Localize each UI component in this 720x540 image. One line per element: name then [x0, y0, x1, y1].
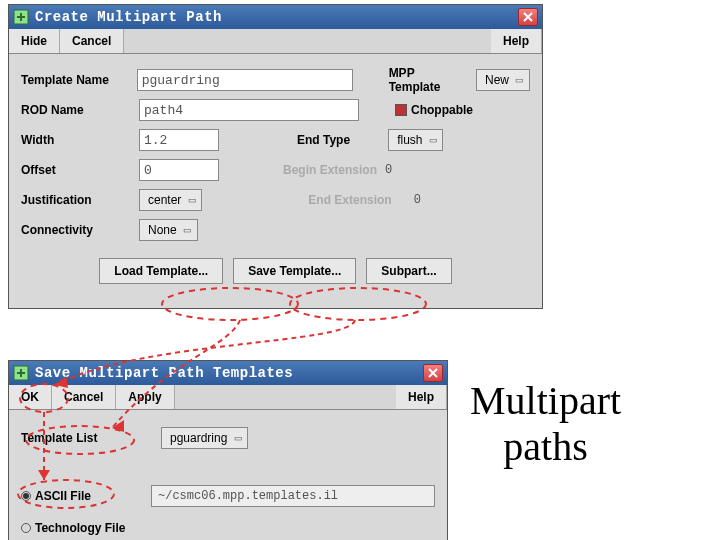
connectivity-dropdown[interactable]: None ▭	[139, 219, 198, 241]
offset-input[interactable]: 0	[139, 159, 219, 181]
rod-name-label: ROD Name	[21, 103, 139, 117]
width-label: Width	[21, 133, 139, 147]
template-list-dropdown[interactable]: pguardring ▭	[161, 427, 248, 449]
new-button[interactable]: New ▭	[476, 69, 530, 91]
connectivity-label: Connectivity	[21, 223, 139, 237]
create-multipart-path-window: Create Multipart Path Hide Cancel Help T…	[8, 4, 543, 309]
save-template-button[interactable]: Save Template...	[233, 258, 356, 284]
end-extension-label: End Extension	[308, 193, 391, 207]
buttonbar: OK Cancel Apply Help	[9, 385, 447, 410]
slide-caption: Multipart paths	[470, 378, 621, 470]
end-extension-value: 0	[414, 193, 450, 207]
dropdown-handle-icon: ▭	[428, 135, 438, 145]
end-type-value: flush	[397, 133, 422, 147]
buttonbar: Hide Cancel Help	[9, 29, 542, 54]
help-button[interactable]: Help	[491, 29, 542, 53]
ascii-file-radio[interactable]: ASCII File ~/csmc06.mpp.templates.il	[21, 482, 435, 510]
begin-extension-value: 0	[385, 163, 421, 177]
justification-label: Justification	[21, 193, 139, 207]
end-type-dropdown[interactable]: flush ▭	[388, 129, 443, 151]
new-button-label: New	[485, 73, 509, 87]
template-name-input[interactable]: pguardring	[137, 69, 353, 91]
end-type-label: End Type	[297, 133, 350, 147]
offset-label: Offset	[21, 163, 139, 177]
cancel-button[interactable]: Cancel	[52, 385, 116, 409]
dropdown-handle-icon: ▭	[515, 75, 525, 85]
window-title: Save Multipart Path Templates	[35, 365, 423, 381]
connectivity-value: None	[148, 223, 177, 237]
close-button[interactable]	[518, 8, 538, 26]
dropdown-handle-icon: ▭	[187, 195, 197, 205]
dropdown-handle-icon: ▭	[183, 225, 193, 235]
template-name-label: Template Name	[21, 73, 137, 87]
window-title: Create Multipart Path	[35, 9, 518, 25]
rod-name-input[interactable]: path4	[139, 99, 359, 121]
begin-extension-label: Begin Extension	[283, 163, 377, 177]
width-input[interactable]: 1.2	[139, 129, 219, 151]
radio-icon	[21, 491, 31, 501]
titlebar[interactable]: Create Multipart Path	[9, 5, 542, 29]
app-icon	[13, 9, 29, 25]
radio-icon	[21, 523, 31, 533]
save-multipart-templates-window: Save Multipart Path Templates OK Cancel …	[8, 360, 448, 540]
load-template-button[interactable]: Load Template...	[99, 258, 223, 284]
choppable-label: Choppable	[411, 103, 473, 117]
justification-value: center	[148, 193, 181, 207]
ascii-file-label: ASCII File	[35, 489, 91, 503]
action-bar: Load Template... Save Template... Subpar…	[21, 248, 530, 294]
ok-button[interactable]: OK	[9, 385, 52, 409]
apply-button[interactable]: Apply	[116, 385, 174, 409]
ascii-file-path[interactable]: ~/csmc06.mpp.templates.il	[151, 485, 435, 507]
form-area: Template List pguardring ▭ ASCII File ~/…	[9, 410, 447, 540]
mpp-template-label: MPP Template	[389, 66, 468, 94]
help-button[interactable]: Help	[396, 385, 447, 409]
choppable-checkbox[interactable]: Choppable	[395, 103, 473, 117]
technology-file-label: Technology File	[35, 521, 125, 535]
app-icon	[13, 365, 29, 381]
cancel-button[interactable]: Cancel	[60, 29, 124, 53]
titlebar[interactable]: Save Multipart Path Templates	[9, 361, 447, 385]
caption-line-2: paths	[470, 424, 621, 470]
close-button[interactable]	[423, 364, 443, 382]
caption-line-1: Multipart	[470, 378, 621, 424]
template-list-label: Template List	[21, 431, 161, 445]
subpart-button[interactable]: Subpart...	[366, 258, 451, 284]
hide-button[interactable]: Hide	[9, 29, 60, 53]
dropdown-handle-icon: ▭	[233, 433, 243, 443]
template-list-value: pguardring	[170, 431, 227, 445]
technology-file-radio[interactable]: Technology File	[21, 514, 435, 540]
justification-dropdown[interactable]: center ▭	[139, 189, 202, 211]
checkbox-icon	[395, 104, 407, 116]
form-area: Template Name pguardring MPP Template Ne…	[9, 54, 542, 308]
